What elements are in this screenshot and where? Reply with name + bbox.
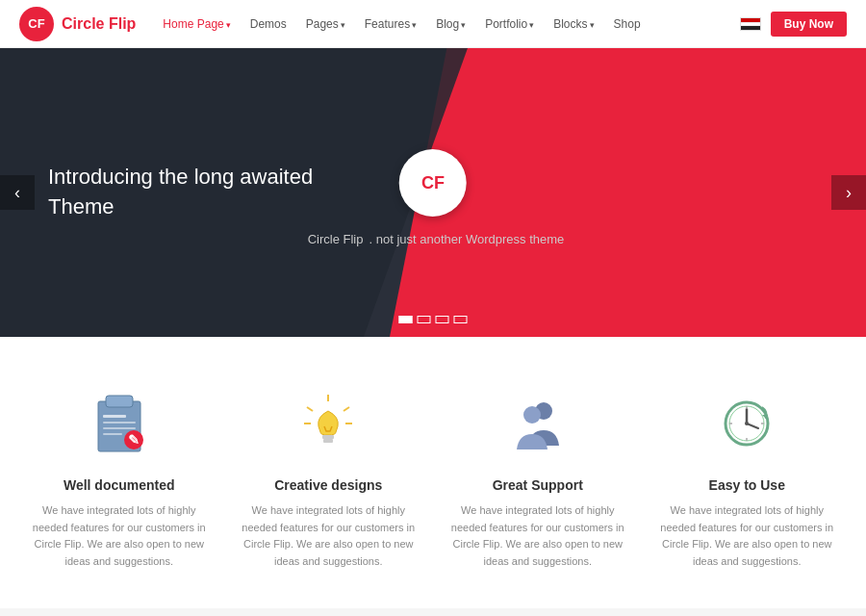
hero-tagline-main: Circle Flip bbox=[308, 232, 364, 246]
hero-prev-button[interactable]: ‹ bbox=[0, 175, 35, 210]
svg-rect-13 bbox=[322, 435, 334, 439]
hero-section: Introducing the long awaited Theme CF Ci… bbox=[0, 48, 866, 337]
nav-item-shop[interactable]: Shop bbox=[606, 13, 649, 35]
chevron-down-icon: ▾ bbox=[341, 20, 345, 30]
svg-point-21 bbox=[745, 422, 749, 425]
svg-text:✎: ✎ bbox=[128, 432, 140, 448]
hero-dot-0[interactable] bbox=[399, 316, 413, 323]
hero-title: Introducing the long awaited Theme bbox=[48, 163, 337, 222]
hero-tagline: Circle Flip. not just another Wordpress … bbox=[302, 228, 565, 248]
feature-title-3: Easy to Use bbox=[709, 477, 785, 493]
header-right: Buy Now bbox=[740, 12, 847, 37]
bulb-icon bbox=[290, 385, 367, 462]
svg-rect-4 bbox=[103, 427, 136, 429]
hero-dot-3[interactable] bbox=[454, 316, 468, 323]
svg-rect-5 bbox=[103, 433, 122, 435]
nav-item-features[interactable]: Features▾ bbox=[357, 13, 424, 35]
svg-rect-14 bbox=[323, 439, 333, 443]
hero-tagline-sub: . not just another Wordpress theme bbox=[369, 232, 564, 246]
clipboard-icon: ✎ bbox=[81, 385, 158, 462]
svg-rect-1 bbox=[106, 396, 133, 407]
header: CF Circle Flip Home Page▾DemosPages▾Feat… bbox=[0, 0, 866, 48]
svg-rect-2 bbox=[103, 415, 126, 418]
feature-item-well-documented: ✎ Well documented We have integrated lot… bbox=[28, 385, 211, 570]
features-section: ✎ Well documented We have integrated lot… bbox=[0, 337, 866, 608]
hero-next-button[interactable]: › bbox=[831, 175, 866, 210]
hero-center-logo: CF Circle Flip. not just another Wordpre… bbox=[302, 149, 565, 248]
logo-name-part1: Circle bbox=[62, 15, 104, 32]
hero-logo-initials: CF bbox=[421, 173, 445, 193]
footer-dots: // generate dot tiles for(let i=0;i<80;i… bbox=[0, 608, 866, 616]
nav-item-demos[interactable]: Demos bbox=[242, 13, 294, 35]
feature-title-1: Creative designs bbox=[274, 477, 382, 493]
clock-icon bbox=[708, 385, 785, 462]
hero-logo-circle: CF bbox=[399, 149, 467, 217]
nav-item-pages[interactable]: Pages▾ bbox=[298, 13, 353, 35]
chevron-down-icon: ▾ bbox=[461, 20, 466, 30]
logo-text: Circle Flip bbox=[62, 15, 136, 33]
hero-dots bbox=[399, 316, 468, 323]
flag-icon[interactable] bbox=[740, 17, 761, 31]
chevron-down-icon: ▾ bbox=[412, 20, 417, 30]
feature-desc-1: We have integrated lots of highly needed… bbox=[237, 502, 420, 570]
nav-item-blog[interactable]: Blog▾ bbox=[428, 13, 473, 35]
support-icon bbox=[499, 385, 576, 462]
nav-item-blocks[interactable]: Blocks▾ bbox=[546, 13, 601, 35]
chevron-down-icon: ▾ bbox=[226, 20, 231, 30]
feature-title-2: Great Support bbox=[493, 477, 583, 493]
buy-now-button[interactable]: Buy Now bbox=[771, 12, 847, 37]
svg-point-16 bbox=[523, 406, 541, 424]
logo-circle: CF bbox=[19, 7, 54, 41]
nav-item-portfolio[interactable]: Portfolio▾ bbox=[477, 13, 542, 35]
feature-title-0: Well documented bbox=[64, 477, 175, 493]
feature-desc-2: We have integrated lots of highly needed… bbox=[446, 502, 629, 570]
chevron-down-icon: ▾ bbox=[590, 20, 595, 30]
svg-line-9 bbox=[344, 407, 349, 411]
feature-item-great-support: Great Support We have integrated lots of… bbox=[446, 385, 629, 570]
logo-name-part2: Flip bbox=[104, 15, 136, 32]
chevron-down-icon: ▾ bbox=[529, 20, 534, 30]
svg-line-10 bbox=[307, 407, 313, 411]
svg-rect-3 bbox=[103, 422, 136, 424]
logo-initials: CF bbox=[28, 16, 44, 31]
nav-item-home-page[interactable]: Home Page▾ bbox=[155, 13, 238, 35]
feature-item-easy-to-use: Easy to Use We have integrated lots of h… bbox=[655, 385, 838, 570]
hero-dot-1[interactable] bbox=[418, 316, 431, 323]
hero-dot-2[interactable] bbox=[436, 316, 449, 323]
feature-desc-3: We have integrated lots of highly needed… bbox=[655, 502, 838, 570]
main-nav: Home Page▾DemosPages▾Features▾Blog▾Portf… bbox=[155, 13, 648, 35]
feature-item-creative-designs: Creative designs We have integrated lots… bbox=[237, 385, 420, 570]
feature-desc-0: We have integrated lots of highly needed… bbox=[28, 502, 211, 570]
